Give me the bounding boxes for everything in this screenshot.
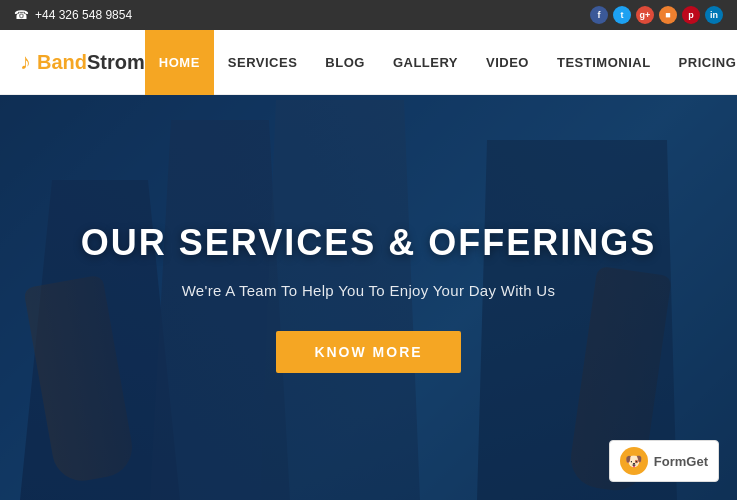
- logo[interactable]: ♪ BandStrom: [20, 49, 145, 75]
- hero-title: OUR SERVICES & OFFERINGS: [81, 222, 656, 264]
- nav-item-pricing[interactable]: PRICING: [665, 30, 737, 95]
- hero-subtitle: We're A Team To Help You To Enjoy Your D…: [182, 282, 556, 299]
- nav-item-home[interactable]: HOME: [145, 30, 214, 95]
- phone-icon: ☎: [14, 8, 29, 22]
- know-more-button[interactable]: KNOW MORE: [276, 331, 460, 373]
- logo-band: Band: [37, 51, 87, 73]
- google-plus-icon[interactable]: g+: [636, 6, 654, 24]
- nav-item-gallery[interactable]: GALLERY: [379, 30, 472, 95]
- logo-strom: Strom: [87, 51, 145, 73]
- phone-info: ☎ +44 326 548 9854: [14, 8, 132, 22]
- nav-item-testimonial[interactable]: TESTIMONIAL: [543, 30, 665, 95]
- phone-number: +44 326 548 9854: [35, 8, 132, 22]
- logo-icon: ♪: [20, 49, 31, 75]
- formget-mascot-icon: 🐶: [620, 447, 648, 475]
- nav-links: HOME SERVICES BLOG GALLERY VIDEO TESTIMO…: [145, 30, 737, 95]
- nav-item-services[interactable]: SERVICES: [214, 30, 312, 95]
- rss-icon[interactable]: ■: [659, 6, 677, 24]
- formget-label: FormGet: [654, 454, 708, 469]
- nav-item-video[interactable]: VIDEO: [472, 30, 543, 95]
- top-bar: ☎ +44 326 548 9854 f t g+ ■ p in: [0, 0, 737, 30]
- facebook-icon[interactable]: f: [590, 6, 608, 24]
- nav-item-blog[interactable]: BLOG: [311, 30, 379, 95]
- logo-text: BandStrom: [37, 51, 145, 74]
- pinterest-icon[interactable]: p: [682, 6, 700, 24]
- formget-badge: 🐶 FormGet: [609, 440, 719, 482]
- twitter-icon[interactable]: t: [613, 6, 631, 24]
- linkedin-icon[interactable]: in: [705, 6, 723, 24]
- hero-section: OUR SERVICES & OFFERINGS We're A Team To…: [0, 95, 737, 500]
- social-icons-container: f t g+ ■ p in: [590, 6, 723, 24]
- navbar: ♪ BandStrom HOME SERVICES BLOG GALLERY V…: [0, 30, 737, 95]
